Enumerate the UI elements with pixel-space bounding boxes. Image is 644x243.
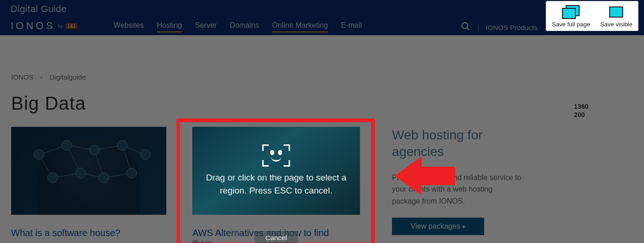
capture-face-icon <box>262 144 290 167</box>
network-icon <box>11 127 166 215</box>
svg-point-14 <box>62 140 72 150</box>
breadcrumb: IONOS » Digitalguide <box>11 73 633 81</box>
save-full-page-label: Save full page <box>552 21 590 28</box>
save-full-page-button[interactable]: Save full page <box>552 5 590 28</box>
brand-logo-text[interactable]: IONOS <box>11 20 55 32</box>
brand-by: by <box>58 24 63 29</box>
products-link[interactable]: IONOS Products <box>486 24 537 31</box>
cancel-button[interactable]: Cancel <box>254 230 299 243</box>
save-visible-button[interactable]: Save visible <box>600 5 632 28</box>
annotation-arrow-icon <box>395 153 460 199</box>
save-visible-label: Save visible <box>600 21 632 28</box>
nav-server[interactable]: Server <box>195 21 217 32</box>
nav-websites[interactable]: Websites <box>114 21 144 32</box>
breadcrumb-ionos[interactable]: IONOS <box>11 73 33 81</box>
screenshot-extension-toolbar: Save full page Save visible <box>546 1 638 31</box>
article-1: What is a software house? <box>11 127 166 238</box>
page-content: IONOS » Digitalguide Big Data <box>0 73 644 243</box>
svg-point-15 <box>89 145 100 155</box>
article-2: AWS Alternatives and how to find them Dr… <box>192 127 347 243</box>
nav-marketing[interactable]: Online Marketing <box>272 21 328 32</box>
coord-x: 1360 <box>574 103 588 111</box>
overlay-instruction-text: Drag or click on the page to select a re… <box>192 171 360 198</box>
view-packages-label: View packages <box>410 222 460 231</box>
cursor-coordinates: 1360 200 <box>574 103 588 119</box>
svg-line-1 <box>467 28 469 30</box>
save-full-page-icon <box>562 5 580 19</box>
screenshot-tool-prompt: Drag or click on the page to select a re… <box>192 127 360 215</box>
chevron-right-icon: ▸ <box>463 223 466 230</box>
header-right: | IONOS Products <box>461 21 537 34</box>
svg-point-0 <box>462 23 468 29</box>
search-icon[interactable] <box>461 21 471 34</box>
page-title: Big Data <box>11 93 633 114</box>
article-1-title[interactable]: What is a software house? <box>11 228 166 238</box>
article-1-image[interactable] <box>11 127 166 215</box>
breadcrumb-sep: » <box>40 74 43 81</box>
save-visible-icon <box>607 5 625 19</box>
main-nav: Websites Hosting Server Domains Online M… <box>114 21 362 32</box>
nav-hosting[interactable]: Hosting <box>157 21 182 32</box>
svg-point-18 <box>48 173 58 183</box>
svg-point-19 <box>76 168 86 178</box>
brand-badge: 1&1 <box>65 23 77 29</box>
breadcrumb-digitalguide[interactable]: Digitalguide <box>50 73 86 81</box>
svg-point-17 <box>140 150 151 160</box>
svg-point-20 <box>99 173 109 183</box>
screenshot-tool-overlay: Drag or click on the page to select a re… <box>192 127 360 243</box>
svg-point-21 <box>126 168 137 178</box>
divider: | <box>477 24 479 32</box>
svg-point-13 <box>34 150 44 160</box>
nav-email[interactable]: E-mail <box>341 21 362 32</box>
svg-marker-22 <box>395 156 455 195</box>
svg-point-16 <box>117 140 127 150</box>
view-packages-button[interactable]: View packages ▸ <box>392 218 484 235</box>
coord-y: 200 <box>574 111 588 119</box>
brand-subtitle: Digital Guide <box>11 4 77 14</box>
nav-domains[interactable]: Domains <box>230 21 259 32</box>
brand: Digital Guide IONOS by 1&1 <box>11 4 77 32</box>
